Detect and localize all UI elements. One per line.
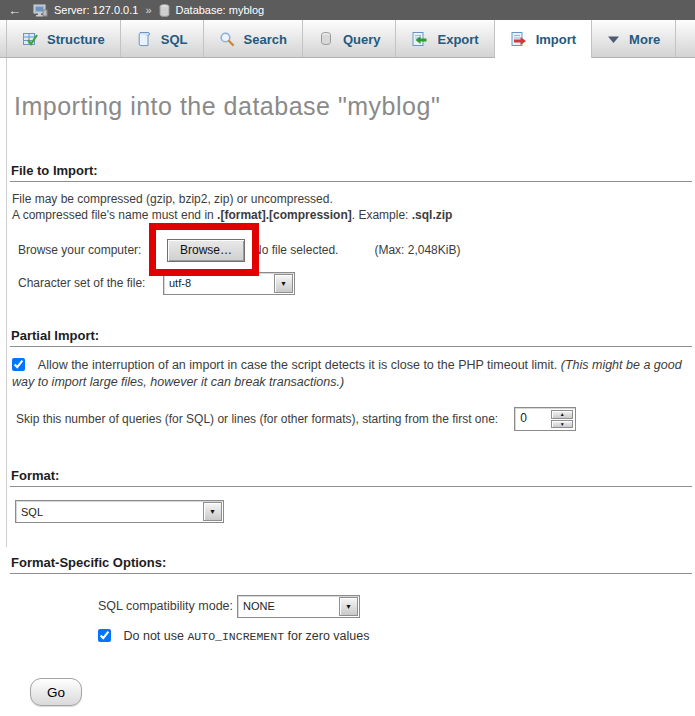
section-heading-format: Format: xyxy=(10,468,692,487)
dropdown-arrow-icon[interactable]: ▼ xyxy=(339,597,358,616)
charset-select[interactable]: utf-8 ▼ xyxy=(163,272,295,295)
auto-increment-checkbox[interactable] xyxy=(98,629,111,642)
charset-label: Character set of the file: xyxy=(18,276,163,290)
breadcrumb-separator: » xyxy=(144,4,152,16)
allow-interruption-checkbox[interactable] xyxy=(12,358,25,371)
chevron-down-icon xyxy=(607,35,620,44)
spinner-up-icon[interactable]: ▲ xyxy=(551,410,573,419)
tab-structure[interactable]: Structure xyxy=(6,20,121,58)
query-icon xyxy=(318,31,334,47)
tab-bar: Structure SQL Search Query xyxy=(0,20,695,58)
compression-note-line2: A compressed file's name must end in .[f… xyxy=(12,207,693,223)
database-icon xyxy=(159,4,170,17)
note-text: . Example: xyxy=(352,208,412,222)
breadcrumb-bar: ← Server: 127.0.0.1 » Database: myblog xyxy=(0,0,695,20)
tab-more[interactable]: More xyxy=(592,20,676,58)
dropdown-arrow-icon[interactable]: ▼ xyxy=(274,274,293,293)
section-heading-partial-import: Partial Import: xyxy=(10,328,692,347)
auto-increment-text-prefix: Do not use xyxy=(123,629,187,643)
format-select[interactable]: SQL ▼ xyxy=(15,500,224,523)
allow-interruption-text: Allow the interruption of an import in c… xyxy=(38,358,561,372)
dropdown-arrow-icon[interactable]: ▼ xyxy=(203,502,222,521)
tab-label: Search xyxy=(244,32,287,47)
skip-queries-value[interactable]: 0 xyxy=(515,408,551,430)
tab-label: Export xyxy=(437,32,478,47)
sql-icon xyxy=(136,31,152,47)
breadcrumb-database[interactable]: Database: myblog xyxy=(176,4,265,16)
export-icon xyxy=(411,31,428,47)
search-icon xyxy=(219,31,235,47)
auto-increment-code: AUTO_INCREMENT xyxy=(187,630,284,643)
tab-label: Structure xyxy=(47,32,105,47)
tab-query[interactable]: Query xyxy=(303,20,397,58)
sql-compatibility-label: SQL compatibility mode: xyxy=(98,599,237,613)
auto-increment-text-suffix: for zero values xyxy=(284,629,369,643)
compression-note-line1: File may be compressed (gzip, bzip2, zip… xyxy=(12,191,693,207)
note-text: A compressed file's name must end in xyxy=(12,208,217,222)
skip-queries-label: Skip this number of queries (for SQL) or… xyxy=(16,412,498,426)
tab-label: Import xyxy=(536,32,576,47)
tab-search[interactable]: Search xyxy=(204,20,303,58)
auto-increment-row: Do not use AUTO_INCREMENT for zero value… xyxy=(10,629,693,645)
allow-interruption-row: Allow the interruption of an import in c… xyxy=(12,357,685,391)
import-page: Importing into the database "myblog" Fil… xyxy=(0,92,695,706)
back-arrow-icon[interactable]: ← xyxy=(6,4,27,17)
browse-label: Browse your computer: xyxy=(18,243,167,257)
format-selected-value: SQL xyxy=(16,506,202,518)
note-bold-example: .sql.zip xyxy=(412,208,453,222)
sql-compatibility-value: NONE xyxy=(238,600,338,612)
structure-icon xyxy=(22,31,38,47)
section-heading-file-to-import: File to Import: xyxy=(10,163,692,182)
tab-sql[interactable]: SQL xyxy=(121,20,204,58)
skip-queries-spinner[interactable]: 0 ▲ ▼ xyxy=(514,407,576,431)
tab-label: SQL xyxy=(161,32,188,47)
note-bold-format: .[format].[compression] xyxy=(217,208,352,222)
browse-button[interactable]: Browse… xyxy=(167,239,245,262)
skip-queries-row: Skip this number of queries (for SQL) or… xyxy=(10,407,693,431)
sql-compatibility-row: SQL compatibility mode: NONE ▼ xyxy=(10,594,693,618)
server-icon xyxy=(33,4,48,17)
sql-compatibility-select[interactable]: NONE ▼ xyxy=(237,595,360,618)
section-heading-format-specific: Format-Specific Options: xyxy=(10,555,692,574)
no-file-selected-text: No file selected. xyxy=(253,243,338,257)
tab-label: More xyxy=(629,32,660,47)
import-icon xyxy=(510,31,527,47)
spinner-down-icon[interactable]: ▼ xyxy=(551,420,573,429)
browse-row: Browse your computer: Browse… No file se… xyxy=(10,238,693,262)
tab-import[interactable]: Import xyxy=(495,20,592,58)
charset-row: Character set of the file: utf-8 ▼ xyxy=(10,271,693,295)
charset-selected-value: utf-8 xyxy=(164,277,273,289)
page-title: Importing into the database "myblog" xyxy=(14,92,693,120)
tab-export[interactable]: Export xyxy=(396,20,494,58)
max-upload-size: (Max: 2,048KiB) xyxy=(374,243,460,257)
breadcrumb-server[interactable]: Server: 127.0.0.1 xyxy=(54,4,138,16)
go-button[interactable]: Go xyxy=(30,678,82,706)
tab-label: Query xyxy=(343,32,381,47)
